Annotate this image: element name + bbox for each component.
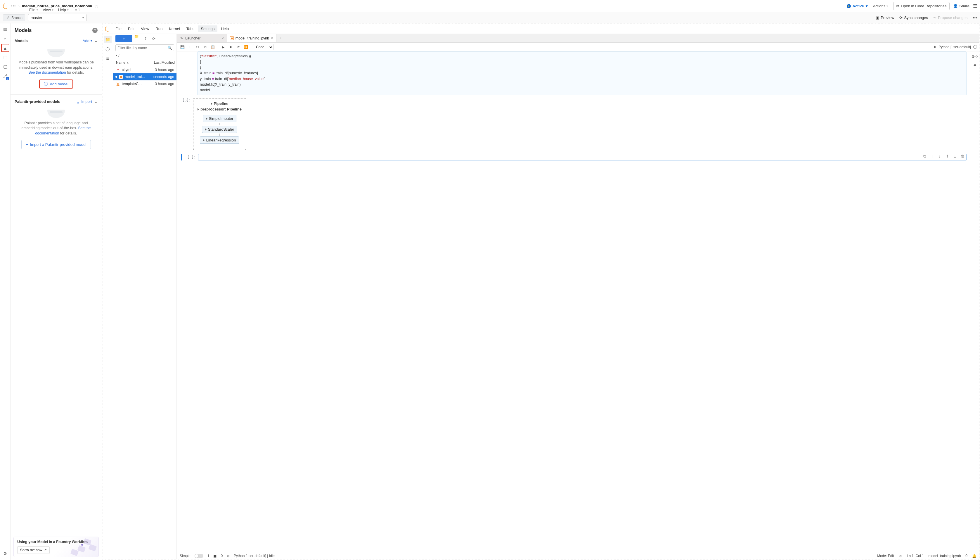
new-folder-icon[interactable]: 📁⁺: [134, 35, 141, 42]
tab-launcher[interactable]: ✎ Launcher ×: [177, 34, 227, 42]
notebook-scroll[interactable]: ('classifier', LinearRegression()) ] ) X…: [177, 52, 970, 552]
duplicate-cell-icon[interactable]: ⧉: [922, 153, 927, 159]
status-active-dropdown[interactable]: ⚡ Active ▾: [847, 4, 868, 8]
add-tab-button[interactable]: +: [276, 34, 284, 42]
file-browser-icon[interactable]: 📁: [104, 36, 111, 43]
file-menu[interactable]: File▾: [27, 7, 40, 13]
preview-icon: ▣: [876, 15, 879, 20]
chevron-down-icon: ▾: [37, 8, 38, 12]
rail-datasets-icon[interactable]: ▤: [1, 25, 9, 33]
jupyter-menu-settings[interactable]: Settings: [198, 25, 217, 32]
preview-button[interactable]: ▣Preview: [876, 15, 894, 20]
upload-icon[interactable]: ⤴: [142, 35, 149, 42]
chevron-down-icon: ▾: [52, 8, 53, 12]
status-kernel-label[interactable]: Python [user-default] | Idle: [234, 554, 275, 558]
share-button[interactable]: 👤 Share: [953, 4, 970, 8]
models-add-link[interactable]: Add▾: [83, 38, 92, 43]
pipeline-step[interactable]: LinearRegression: [200, 137, 239, 144]
refresh-icon[interactable]: ⟳: [150, 35, 157, 42]
palantir-import-link[interactable]: ⭳Import: [76, 99, 92, 104]
file-filter-search[interactable]: 🔍: [115, 45, 174, 51]
run-icon[interactable]: ▶: [220, 44, 226, 50]
copy-icon[interactable]: ⧉: [202, 44, 208, 50]
pipeline-step[interactable]: SimpleImputer: [203, 115, 237, 122]
pipeline-title[interactable]: Pipeline: [198, 101, 242, 107]
import-palantir-model-button[interactable]: + Import a Palantir-provided model: [21, 140, 91, 149]
file-modified: seconds ago: [148, 74, 176, 80]
move-up-icon[interactable]: ↑: [929, 153, 935, 159]
file-breadcrumb[interactable]: ▪/: [113, 52, 176, 59]
jupyter-menu-view[interactable]: View: [138, 25, 152, 32]
more-dots-icon[interactable]: •••: [973, 15, 977, 20]
add-cell-icon[interactable]: +: [187, 44, 193, 50]
move-down-icon[interactable]: ↓: [937, 153, 943, 159]
rail-models-icon[interactable]: ▲: [1, 44, 9, 52]
insert-above-icon[interactable]: ⤒: [944, 153, 950, 159]
run-all-icon[interactable]: ⏩: [243, 44, 249, 50]
rail-packages-icon[interactable]: ⌂: [1, 35, 9, 43]
jupyter-menu-file[interactable]: File: [113, 25, 125, 32]
cell-type-select[interactable]: Code: [253, 44, 273, 50]
open-in-code-repos-button[interactable]: ⧉ Open in Code Repositories: [893, 2, 950, 10]
simple-mode-toggle[interactable]: [195, 554, 203, 558]
new-launcher-button[interactable]: +: [115, 35, 132, 42]
empty-cell-input[interactable]: [198, 154, 967, 160]
propose-changes-button[interactable]: ⤳Propose changes: [933, 15, 967, 20]
file-header-modified[interactable]: Last Modified: [148, 59, 176, 66]
pipeline-substep[interactable]: preprocessor: Pipeline: [198, 107, 242, 113]
rail-branches-icon[interactable]: ⎇3: [1, 72, 9, 80]
rail-preview-icon[interactable]: ▢: [1, 63, 9, 71]
tab-notebook-active[interactable]: ◼ model_training.ipynb ×: [227, 34, 276, 42]
running-icon[interactable]: ◯: [104, 45, 111, 53]
jupyter-menu-help[interactable]: Help: [218, 25, 232, 32]
file-row[interactable]: {}templateC...3 hours ago: [113, 80, 176, 87]
stop-icon[interactable]: ■: [227, 44, 234, 50]
help-icon[interactable]: ?: [92, 28, 98, 33]
save-icon[interactable]: 💾: [179, 44, 186, 50]
rail-settings-icon[interactable]: ⚙: [1, 550, 9, 558]
models-expand-icon[interactable]: ⌄: [94, 38, 98, 43]
close-tab-icon[interactable]: ×: [271, 36, 273, 40]
jupyter-menu-edit[interactable]: Edit: [125, 25, 137, 32]
paste-icon[interactable]: 📋: [210, 44, 216, 50]
show-me-how-button[interactable]: Show me how ↗: [17, 546, 50, 554]
file-filter-input[interactable]: [118, 46, 167, 50]
sync-changes-button[interactable]: ⟳Sync changes: [899, 15, 928, 20]
workspace-status[interactable]: ▫1: [74, 7, 82, 13]
help-menu[interactable]: Help▾: [57, 7, 70, 13]
code-text: ]: [200, 59, 964, 65]
models-doc-link[interactable]: See the documentation: [28, 70, 66, 75]
jupyter-menu-run[interactable]: Run: [153, 25, 165, 32]
breadcrumb-ellipsis[interactable]: •••: [11, 4, 16, 8]
notebook-tab-label: model_training.ipynb: [236, 36, 269, 40]
kernel-label[interactable]: Python [user-default]: [938, 45, 971, 49]
insert-below-icon[interactable]: ⤓: [952, 153, 958, 159]
branch-select[interactable]: master ▾: [28, 14, 87, 21]
palantir-expand-icon[interactable]: ⌄: [94, 99, 98, 104]
restart-icon[interactable]: ⟳: [235, 44, 241, 50]
property-inspector-icon[interactable]: ⚙✧: [972, 53, 978, 60]
rail-objects-icon[interactable]: ⬚: [1, 53, 9, 62]
file-row[interactable]: Yci.yml3 hours ago: [113, 67, 176, 73]
actions-menu[interactable]: Actions ▾: [871, 3, 890, 9]
file-header-name[interactable]: Name▲: [113, 59, 148, 66]
status-kernels[interactable]: 0: [221, 554, 223, 558]
jupyter-menu-tabs[interactable]: Tabs: [183, 25, 197, 32]
more-menu-icon[interactable]: ☰: [973, 3, 977, 9]
file-row[interactable]: ◼model_trai...seconds ago: [113, 73, 176, 80]
jupyter-menu-kernel[interactable]: Kernel: [166, 25, 183, 32]
pipeline-step[interactable]: StandardScaler: [202, 126, 238, 133]
trusted-icon[interactable]: ⛨: [899, 554, 902, 558]
bell-icon[interactable]: 🔔: [972, 554, 977, 558]
toc-icon[interactable]: ≣: [104, 54, 111, 62]
cut-icon[interactable]: ✂: [194, 44, 201, 50]
favorite-star-icon[interactable]: ☆: [95, 4, 98, 8]
status-terminals[interactable]: 1: [208, 554, 210, 558]
debugger-icon[interactable]: ✸: [933, 45, 936, 49]
add-model-button[interactable]: + Add model: [39, 80, 73, 88]
debugger-panel-icon[interactable]: ✸: [972, 62, 978, 68]
close-tab-icon[interactable]: ×: [221, 36, 224, 40]
delete-cell-icon[interactable]: 🗑: [960, 153, 965, 159]
view-menu[interactable]: View▾: [41, 7, 55, 13]
code-cell[interactable]: ('classifier', LinearRegression()) ] ) X…: [197, 52, 967, 95]
